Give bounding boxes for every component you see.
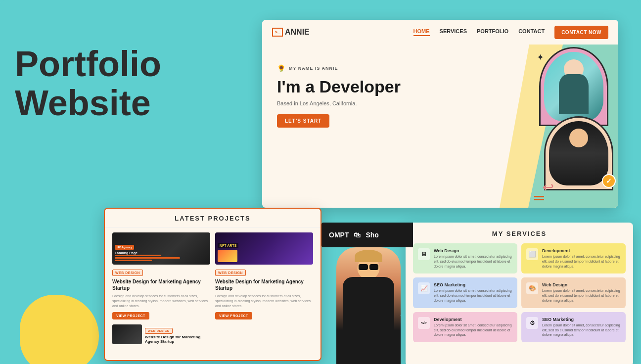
project-desc-1: I design and develop services for custom… (112, 294, 210, 308)
service-info-6: SEO Marketing Lorem ipsum dolor sit amet… (542, 317, 621, 337)
thumb-content-2: NFT ARTS (215, 232, 313, 265)
service-info-2: Development Lorem ipsum dolor sit amet, … (542, 248, 621, 269)
service-icon-6: ⚙ (526, 317, 538, 329)
project-desc-2: I design and develop services for custom… (215, 294, 313, 308)
nft-label: NFT ARTS (218, 243, 238, 248)
services-card: MY SERVICES 🖥 Web Design Lorem ipsum dol… (406, 223, 633, 364)
nav-home[interactable]: HOME (413, 28, 430, 36)
nav-contact[interactable]: CONTACT (518, 28, 545, 36)
project-name-2: Website Design for Marketing Agency Star… (215, 278, 313, 291)
service-card-4: 🎨 Web Design Lorem ipsum dolor sit amet,… (521, 277, 626, 308)
project-item-1: UX Agency Landing Page WEB DESIGN Websit… (112, 232, 210, 319)
service-icon-1: 🖥 (418, 248, 430, 260)
service-desc-5: Lorem ipsum dolor sit amet, consectetur … (434, 323, 512, 337)
portrait-container: ✦ ⚡ ✳ ✓ ↪ (485, 47, 613, 190)
project-thumb-1: UX Agency Landing Page (112, 232, 210, 265)
dark-strip-text: OMPT (329, 231, 349, 239)
service-icon-4: 🎨 (526, 282, 538, 294)
person-image-2 (549, 121, 608, 185)
service-desc-4: Lorem ipsum dolor sit amet, consectetur … (542, 288, 621, 303)
squiggle-deco-2: / (400, 307, 401, 318)
service-info-4: Web Design Lorem ipsum dolor sit amet, c… (542, 282, 621, 303)
service-desc-1: Lorem ipsum dolor sit amet, consectetur … (434, 254, 512, 269)
checkmark-badge: ✓ (602, 174, 616, 188)
nav-portfolio[interactable]: PORTFOLIO (477, 28, 508, 36)
body-shape (343, 277, 394, 364)
service-name-2: Development (542, 248, 621, 253)
project-name-1: Website Design for Marketing Agency Star… (112, 278, 210, 291)
project-3-row: WEB DESIGN Website Design for Marketing … (112, 324, 210, 344)
hero-content: 🌻 MY NAME IS ANNIE I'm a Developer Based… (262, 45, 618, 208)
person-image-1 (544, 52, 603, 121)
service-icon-5: </> (418, 317, 430, 329)
hero-navbar: >_ ANNIE HOME SERVICES PORTFOLIO CONTACT… (262, 20, 618, 45)
logo-icon: >_ (272, 28, 283, 37)
project-tag-2: WEB DESIGN (215, 267, 313, 276)
service-name-4: Web Design (542, 282, 621, 287)
project-tag-3: WEB DESIGN (145, 328, 173, 334)
thumb-bar-3 (115, 260, 152, 261)
service-name-6: SEO Marketing (542, 317, 621, 322)
sparkle-icon: ✦ (537, 52, 544, 63)
services-grid: 🖥 Web Design Lorem ipsum dolor sit amet,… (406, 243, 633, 348)
name-badge: 🌻 MY NAME IS ANNIE (277, 64, 401, 72)
project-thumb-2: NFT ARTS (215, 232, 313, 265)
nav-links: HOME SERVICES PORTFOLIO CONTACT (413, 28, 545, 36)
projects-title: LATEST PROJECTS (105, 209, 320, 228)
arrow-decoration: ↪ (485, 179, 554, 195)
service-card-5: </> Development Lorem ipsum dolor sit am… (413, 312, 517, 342)
hero-logo: >_ ANNIE (272, 28, 310, 37)
service-info-1: Web Design Lorem ipsum dolor sit amet, c… (434, 248, 512, 269)
project-tag-1: WEB DESIGN (112, 267, 210, 276)
service-icon-2: ⬜ (526, 248, 538, 260)
hero-card: >_ ANNIE HOME SERVICES PORTFOLIO CONTACT… (262, 20, 618, 208)
service-card-1: 🖥 Web Design Lorem ipsum dolor sit amet,… (413, 243, 517, 273)
lets-start-button[interactable]: LET'S START (277, 114, 329, 128)
project-name-3: Website Design for Marketing Agency Star… (145, 335, 210, 344)
nav-services[interactable]: SERVICES (440, 28, 467, 36)
service-card-6: ⚙ SEO Marketing Lorem ipsum dolor sit am… (521, 312, 626, 342)
hero-text: 🌻 MY NAME IS ANNIE I'm a Developer Based… (277, 64, 401, 128)
thumb-content-1: UX Agency Landing Page (112, 232, 210, 265)
thumb-bar-2 (115, 257, 180, 259)
contact-now-button[interactable]: CONTACT NOW (554, 26, 608, 39)
service-name-1: Web Design (434, 248, 512, 253)
shopping-icon: 🛍 (354, 231, 361, 239)
dark-strip: OMPT 🛍 Sho (321, 223, 413, 247)
service-desc-6: Lorem ipsum dolor sit amet, consectetur … (542, 323, 621, 337)
page-title: Portfolio Website (15, 45, 161, 123)
thumb-label: UX Agency (115, 245, 134, 250)
view-project-btn-2[interactable]: VIEW PROJECT (215, 312, 252, 319)
project-item-3: WEB DESIGN Website Design for Marketing … (112, 324, 210, 344)
thumb-sublabel: Landing Page (115, 251, 137, 255)
hero-headline: I'm a Developer (277, 77, 401, 96)
view-project-btn-1[interactable]: VIEW PROJECT (112, 312, 149, 319)
service-card-3: 📈 SEO Marketing Lorem ipsum dolor sit am… (413, 277, 517, 308)
thumb-bar-1 (115, 255, 161, 256)
projects-grid: UX Agency Landing Page WEB DESIGN Websit… (105, 228, 320, 349)
hair-shape (355, 250, 382, 262)
service-info-3: SEO Marketing Lorem ipsum dolor sit amet… (434, 282, 512, 303)
dark-strip-label: Sho (366, 231, 378, 239)
service-icon-3: 📈 (418, 282, 430, 294)
service-card-2: ⬜ Development Lorem ipsum dolor sit amet… (521, 243, 626, 273)
project-item-2: NFT ARTS WEB DESIGN Website Design for M… (215, 232, 313, 319)
sunglasses (359, 264, 378, 270)
sun-icon: 🌻 (277, 64, 286, 72)
service-info-5: Development Lorem ipsum dolor sit amet, … (434, 317, 512, 337)
projects-card: LATEST PROJECTS UX Agency Landing Page W… (104, 208, 321, 361)
deco-marks (534, 196, 544, 200)
services-title: MY SERVICES (406, 223, 633, 243)
person-partial: / / (336, 247, 401, 364)
service-name-5: Development (434, 317, 512, 322)
project-3-info: WEB DESIGN Website Design for Marketing … (145, 325, 210, 344)
project-thumb-3 (112, 324, 142, 344)
hero-subtext: Based in Los Angeles, California. (277, 100, 401, 106)
service-name-3: SEO Marketing (434, 282, 512, 287)
nft-thumb-art (218, 250, 237, 262)
service-desc-3: Lorem ipsum dolor sit amet, consectetur … (434, 288, 512, 303)
service-desc-2: Lorem ipsum dolor sit amet, consectetur … (542, 254, 621, 269)
portrait-1 (539, 47, 608, 126)
